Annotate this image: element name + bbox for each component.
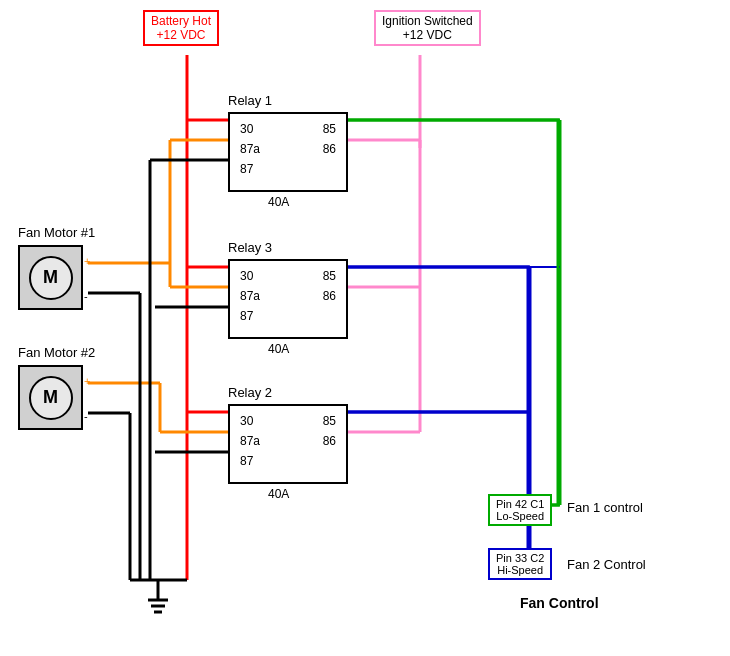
fan2-control-label: Fan 2 Control	[567, 557, 646, 572]
relay3-amp: 40A	[268, 342, 289, 356]
relay2-title: Relay 2	[228, 385, 272, 400]
relay2-box: 30 87a 87 85 86	[228, 404, 348, 484]
fan-motor2-plus: +	[84, 375, 90, 387]
fan-motor1-plus: +	[84, 255, 90, 267]
relay1-amp: 40A	[268, 195, 289, 209]
fan-motor2-symbol: M	[29, 376, 73, 420]
relay3-box: 30 87a 87 85 86	[228, 259, 348, 339]
battery-hot-label: Battery Hot+12 VDC	[143, 10, 219, 46]
pin42-label: Pin 42 C1Lo-Speed	[488, 494, 552, 526]
fan-motor2-minus: -	[84, 410, 88, 422]
relay2-amp: 40A	[268, 487, 289, 501]
relay1-box: 30 87a 87 85 86	[228, 112, 348, 192]
pin33-label: Pin 33 C2Hi-Speed	[488, 548, 552, 580]
fan-motor2-box: M	[18, 365, 83, 430]
fan-motor1-box: M	[18, 245, 83, 310]
fan1-control-label: Fan 1 control	[567, 500, 643, 515]
fan-motor1-minus: -	[84, 290, 88, 302]
fan-motor2-label: Fan Motor #2	[18, 345, 95, 360]
relay1-title: Relay 1	[228, 93, 272, 108]
fan-motor1-symbol: M	[29, 256, 73, 300]
ignition-switched-label: Ignition Switched+12 VDC	[374, 10, 481, 46]
fan-control-label: Fan Control	[520, 595, 599, 611]
fan-motor1-label: Fan Motor #1	[18, 225, 95, 240]
relay3-title: Relay 3	[228, 240, 272, 255]
